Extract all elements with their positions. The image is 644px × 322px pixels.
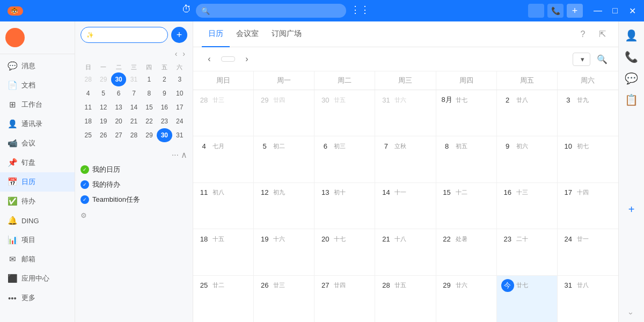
big-cal-day-2-1[interactable]: 12初九 <box>254 183 314 229</box>
mini-day-27[interactable]: 27 <box>111 128 126 142</box>
doc-icon[interactable]: 📋 <box>622 90 641 109</box>
cal-prev-button[interactable]: ‹ <box>202 52 217 67</box>
mini-day-28[interactable]: 28 <box>126 128 141 142</box>
right-bar-add-button[interactable]: + <box>622 200 641 219</box>
add-event-button[interactable]: + <box>171 27 187 43</box>
close-button[interactable]: ✕ <box>625 3 640 18</box>
mini-day-2[interactable]: 2 <box>157 72 172 86</box>
sidebar-item-nail-disk[interactable]: 📌钉盘 <box>0 153 75 172</box>
cal-settings[interactable]: ⚙ <box>80 207 187 224</box>
big-cal-day-0-0[interactable]: 28廿三 <box>193 90 254 136</box>
grid-icon[interactable]: ⋮⋮ <box>350 4 370 18</box>
user-info[interactable] <box>0 21 75 54</box>
mini-day-8[interactable]: 8 <box>142 86 157 100</box>
big-cal-day-1-2[interactable]: 6初三 <box>314 136 375 182</box>
help-button[interactable]: ? <box>575 27 590 42</box>
mini-day-4[interactable]: 4 <box>80 86 96 100</box>
sidebar-item-meeting[interactable]: 📹会议 <box>0 134 75 153</box>
big-cal-day-1-6[interactable]: 10初七 <box>558 136 618 182</box>
mini-day-28[interactable]: 28 <box>80 72 96 86</box>
big-cal-day-3-2[interactable]: 20十七 <box>314 229 375 275</box>
minimize-button[interactable]: — <box>590 3 605 18</box>
mini-day-31[interactable]: 31 <box>172 128 187 142</box>
phone-button[interactable]: 📞 <box>547 4 564 18</box>
tab-subscribe[interactable]: 订阅广场 <box>265 21 308 47</box>
big-cal-day-0-3[interactable]: 31廿六 <box>375 90 436 136</box>
big-cal-day-2-5[interactable]: 16十三 <box>497 183 558 229</box>
big-cal-day-1-4[interactable]: 8初五 <box>436 136 497 182</box>
mini-day-29[interactable]: 29 <box>142 128 157 142</box>
sidebar-item-projects[interactable]: 📊项目 <box>0 230 75 250</box>
mini-day-17[interactable]: 17 <box>172 100 187 114</box>
mini-day-10[interactable]: 10 <box>172 86 187 100</box>
big-cal-day-4-4[interactable]: 29廿六 <box>436 276 497 322</box>
sidebar-item-docs[interactable]: 📄文档 <box>0 76 75 95</box>
mini-day-31[interactable]: 31 <box>126 72 141 86</box>
my-cals-collapse-button[interactable]: ∧ <box>181 150 187 160</box>
search-bar[interactable]: 🔍 <box>196 4 346 18</box>
big-cal-day-2-6[interactable]: 17十四 <box>558 183 618 229</box>
meeting-badge[interactable]: 🐯 <box>8 6 23 16</box>
user-icon[interactable]: 👤 <box>622 26 641 45</box>
big-cal-day-3-4[interactable]: 22处暑 <box>436 229 497 275</box>
right-bar-scroll-down[interactable]: › <box>627 312 635 315</box>
mini-day-16[interactable]: 16 <box>157 100 172 114</box>
cal-next-button[interactable]: › <box>239 52 254 67</box>
big-cal-day-3-0[interactable]: 18十五 <box>193 229 254 275</box>
mini-day-11[interactable]: 11 <box>80 100 96 114</box>
big-cal-day-3-5[interactable]: 23二十 <box>497 229 558 275</box>
big-cal-day-1-0[interactable]: 4七月 <box>193 136 254 182</box>
my-cals-more-button[interactable]: ··· <box>172 150 179 160</box>
mini-day-18[interactable]: 18 <box>80 114 96 128</box>
mini-day-13[interactable]: 13 <box>111 100 126 114</box>
chat-green-icon[interactable]: 💬 <box>622 69 641 88</box>
big-cal-day-3-3[interactable]: 21十八 <box>375 229 436 275</box>
find-time-button[interactable]: ✨ <box>80 27 168 43</box>
big-cal-day-2-3[interactable]: 14十一 <box>375 183 436 229</box>
big-cal-day-4-3[interactable]: 28廿五 <box>375 276 436 322</box>
big-cal-day-4-2[interactable]: 27廿四 <box>314 276 375 322</box>
mini-day-15[interactable]: 15 <box>142 100 157 114</box>
big-cal-day-3-6[interactable]: 24廿一 <box>558 229 618 275</box>
big-cal-day-2-0[interactable]: 11初八 <box>193 183 254 229</box>
sidebar-item-apps[interactable]: ⬛应用中心 <box>0 269 75 288</box>
mini-day-30[interactable]: 30 <box>111 72 126 86</box>
big-cal-day-4-0[interactable]: 25廿二 <box>193 276 254 322</box>
big-cal-day-4-6[interactable]: 31廿八 <box>558 276 618 322</box>
cal-item-my-calendar[interactable]: ✓我的日历 <box>80 162 187 177</box>
sidebar-item-messages[interactable]: 💬消息 <box>0 56 75 76</box>
mini-day-29[interactable]: 29 <box>96 72 111 86</box>
big-cal-day-4-5[interactable]: 今廿七 <box>497 276 558 322</box>
big-cal-day-3-1[interactable]: 19十六 <box>254 229 314 275</box>
mini-day-20[interactable]: 20 <box>111 114 126 128</box>
cal-item-my-todo[interactable]: ✓我的待办 <box>80 177 187 192</box>
mini-day-21[interactable]: 21 <box>126 114 141 128</box>
sidebar-item-calendar[interactable]: 📅日历 <box>0 172 75 192</box>
mini-day-23[interactable]: 23 <box>157 114 172 128</box>
phone-icon[interactable]: 📞 <box>622 47 641 67</box>
big-cal-day-2-2[interactable]: 13初十 <box>314 183 375 229</box>
ai-button[interactable] <box>528 4 544 18</box>
sidebar-item-email[interactable]: ✉邮箱 <box>0 250 75 269</box>
sidebar-item-todo[interactable]: ✅待办 <box>0 192 75 211</box>
big-cal-day-0-4[interactable]: 8月廿七 <box>436 90 497 136</box>
today-button[interactable] <box>221 56 235 62</box>
big-cal-day-0-1[interactable]: 29廿四 <box>254 90 314 136</box>
sidebar-item-more[interactable]: •••更多 <box>0 288 75 308</box>
maximize-button[interactable]: □ <box>608 3 623 18</box>
expand-button[interactable]: ⇱ <box>595 27 610 42</box>
big-cal-day-1-3[interactable]: 7立秋 <box>375 136 436 182</box>
mini-day-22[interactable]: 22 <box>142 114 157 128</box>
big-cal-day-0-5[interactable]: 2廿八 <box>497 90 558 136</box>
big-cal-day-4-1[interactable]: 26廿三 <box>254 276 314 322</box>
big-cal-day-2-4[interactable]: 15十二 <box>436 183 497 229</box>
mini-day-9[interactable]: 9 <box>157 86 172 100</box>
mini-day-24[interactable]: 24 <box>172 114 187 128</box>
mini-day-25[interactable]: 25 <box>80 128 96 142</box>
big-cal-day-0-6[interactable]: 3廿九 <box>558 90 618 136</box>
mini-cal-prev-button[interactable]: ‹ <box>173 48 180 59</box>
mini-day-7[interactable]: 7 <box>126 86 141 100</box>
mini-day-6[interactable]: 6 <box>111 86 126 100</box>
tab-meeting-room[interactable]: 会议室 <box>230 21 265 47</box>
big-cal-day-1-1[interactable]: 5初二 <box>254 136 314 182</box>
